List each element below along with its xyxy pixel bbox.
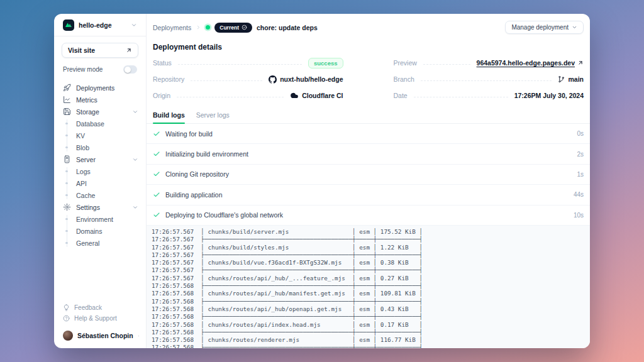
preview-link[interactable]: 964a5974.hello-edge.pages.dev [477, 59, 584, 67]
storage-submenu: Database KV Blob [67, 118, 138, 153]
breadcrumb-deployments[interactable]: Deployments [153, 24, 191, 31]
chart-icon [63, 96, 71, 104]
sidebar-item-kv[interactable]: KV [67, 129, 138, 141]
sidebar-subitem-label: Database [76, 120, 104, 128]
check-icon [153, 211, 160, 219]
leader-line [177, 97, 284, 97]
sidebar-subitem-label: KV [76, 132, 85, 140]
details-heading: Deployment details [153, 43, 584, 52]
detail-row-preview: Preview 964a5974.hello-edge.pages.dev [394, 55, 584, 71]
build-step-building[interactable]: Building application 44s [147, 185, 590, 205]
sidebar-item-domains[interactable]: Domains [67, 225, 138, 237]
build-step-label: Initializing build environment [165, 150, 248, 158]
detail-row-date: Date 17:26PM July 30, 2024 [394, 87, 584, 104]
current-badge-label: Current [219, 25, 239, 31]
logs-tabs: Build logs Server logs [147, 111, 590, 124]
sidebar-item-general[interactable]: General [67, 237, 138, 249]
leader-line [178, 64, 302, 65]
user-name: Sébastien Chopin [77, 332, 133, 339]
build-step-deploying[interactable]: Deploying to Cloudflare's global network… [147, 206, 590, 226]
build-log-output[interactable]: 17:26:57.567 │ chunks/build/server.mjs │… [147, 226, 590, 348]
leader-line [414, 97, 508, 97]
leader-line [191, 80, 262, 81]
sidebar-item-label: Settings [76, 204, 100, 211]
project-switcher[interactable]: hello-edge [54, 14, 146, 36]
check-icon [153, 170, 160, 178]
external-link-icon [126, 47, 132, 53]
sidebar-item-blob[interactable]: Blob [67, 141, 138, 153]
detail-row-branch: Branch main [394, 71, 584, 87]
sidebar-item-logs[interactable]: Logs [67, 165, 138, 177]
build-step-label: Deploying to Cloudflare's global network [165, 211, 283, 219]
main-panel: Deployments Current chore: update deps M… [147, 14, 590, 348]
external-link-icon [577, 60, 584, 66]
sidebar-item-api[interactable]: API [67, 177, 138, 189]
rocket-icon [63, 84, 71, 92]
details-right-column: Preview 964a5974.hello-edge.pages.dev Br… [394, 55, 584, 104]
feedback-link[interactable]: Feedback [63, 302, 137, 313]
check-icon [153, 130, 160, 138]
sidebar-item-server[interactable]: Server [63, 153, 138, 165]
preview-mode-toggle[interactable] [123, 65, 137, 74]
date-value: 17:26PM July 30, 2024 [514, 92, 584, 99]
chevron-down-icon [132, 204, 138, 211]
project-name: hello-edge [79, 21, 126, 29]
git-branch-icon [558, 76, 565, 83]
sidebar-subitem-label: Cache [76, 192, 95, 199]
server-icon [63, 155, 71, 163]
build-step-waiting[interactable]: Waiting for build 0s [147, 124, 590, 144]
sidebar-item-label: Server [76, 156, 96, 163]
breadcrumb: Deployments Current chore: update deps [153, 23, 318, 33]
repository-name: nuxt-hub/hello-edge [280, 75, 343, 83]
build-steps-list: Waiting for build 0s Initializing build … [147, 124, 590, 226]
build-step-initializing[interactable]: Initializing build environment 2s [147, 144, 590, 164]
sidebar-item-database[interactable]: Database [67, 118, 138, 129]
tab-build-logs[interactable]: Build logs [153, 111, 185, 123]
sidebar-item-storage[interactable]: Storage [63, 106, 138, 118]
user-menu[interactable]: Sébastien Chopin [54, 326, 146, 348]
detail-label: Origin [153, 92, 170, 99]
sidebar-subitem-label: API [76, 180, 87, 187]
detail-label: Date [394, 92, 408, 99]
gear-icon [63, 203, 71, 211]
build-step-duration: 2s [577, 151, 584, 158]
chevron-down-icon [131, 22, 137, 28]
build-step-duration: 0s [577, 130, 584, 137]
sidebar-item-environment[interactable]: Environment [67, 213, 138, 225]
repository-value[interactable]: nuxt-hub/hello-edge [269, 75, 343, 84]
origin-name: Cloudflare CI [302, 92, 343, 99]
app-window: hello-edge Visit site Preview mode Deplo… [54, 14, 590, 348]
tab-server-logs[interactable]: Server logs [196, 111, 230, 123]
current-badge: Current [214, 23, 252, 33]
details-left-column: Status success Repository nuxt-hub/hello… [153, 55, 343, 104]
build-step-cloning[interactable]: Cloning Git repository 1s [147, 165, 590, 185]
settings-submenu: Environment Domains General [67, 213, 138, 249]
toggle-knob [125, 67, 131, 73]
build-step-label: Waiting for build [165, 130, 213, 138]
help-support-link[interactable]: Help & Support [63, 313, 137, 324]
kebab-menu-icon[interactable] [138, 332, 140, 339]
chevron-down-icon [132, 156, 138, 163]
visit-site-button[interactable]: Visit site [62, 43, 138, 58]
sidebar-subitem-label: Logs [76, 168, 91, 175]
detail-label: Repository [153, 75, 184, 83]
chevron-right-icon [196, 25, 201, 30]
build-step-label: Building application [165, 191, 222, 199]
sidebar-item-settings[interactable]: Settings [63, 201, 138, 213]
sidebar: hello-edge Visit site Preview mode Deplo… [54, 14, 147, 348]
sidebar-subitem-label: Environment [76, 216, 113, 223]
leader-line [421, 80, 552, 81]
manage-deployment-button[interactable]: Manage deployment [505, 21, 584, 34]
cloud-icon [290, 91, 299, 100]
check-icon [153, 191, 160, 199]
nuxthub-logo-icon [63, 19, 74, 31]
branch-value: main [558, 75, 584, 83]
chevron-down-icon [572, 25, 577, 30]
disk-icon [63, 107, 71, 116]
sidebar-item-cache[interactable]: Cache [67, 189, 138, 201]
sidebar-item-deployments[interactable]: Deployments [63, 82, 138, 94]
page-header: Deployments Current chore: update deps M… [147, 14, 590, 34]
sidebar-item-metrics[interactable]: Metrics [63, 94, 138, 106]
preview-mode-label: Preview mode [63, 66, 103, 73]
current-status-dot [206, 25, 210, 30]
